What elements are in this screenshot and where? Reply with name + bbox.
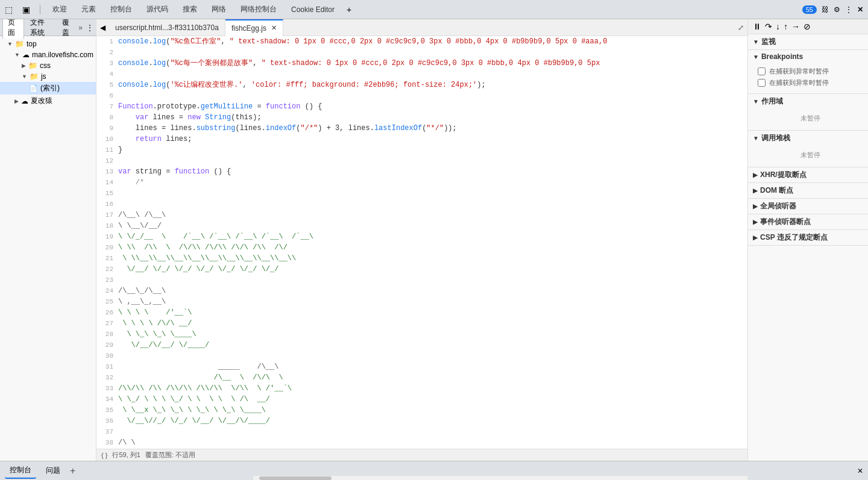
code-line-10: 10 return lines;: [96, 134, 747, 145]
callstack-collapse-icon: ▼: [753, 135, 759, 142]
monitor-collapse-icon: ▼: [753, 39, 759, 45]
console-btn[interactable]: 控制台: [108, 3, 134, 16]
tree-item-top[interactable]: ▼ 📁 top: [0, 39, 96, 49]
tree-label-index: (索引): [40, 83, 60, 93]
code-line-26: 26 \ \ \ \ /'__`\: [96, 307, 747, 318]
breakpoints-collapse-icon: ▼: [753, 54, 759, 60]
global-collapse-icon: ▶: [753, 203, 758, 210]
code-editor[interactable]: 1 console.log("%c鱼C工作室", " text-shadow: …: [96, 36, 747, 449]
section-breakpoints-header[interactable]: ▼ Breakpoints: [748, 50, 868, 63]
code-line-23: 23: [96, 275, 747, 285]
inspect-icon[interactable]: ⬚: [5, 5, 13, 14]
step-over-icon[interactable]: ↷: [765, 22, 772, 31]
csp-collapse-icon: ▶: [753, 234, 758, 241]
left-panel: 页面 文件系统 覆盖 » ⋮ ▼ 📁 top ▼ ☁ man.ilovefish…: [0, 19, 96, 461]
section-csp-header[interactable]: ▶ CSP 违反了规定断点: [748, 230, 868, 245]
code-line-13: 13 var string = function () {: [96, 166, 747, 177]
xhr-collapse-icon: ▶: [753, 172, 758, 178]
code-line-35: 35 \ \__x \_\ \_\ \ \_\ \ \_\ \____\: [96, 405, 747, 416]
editor-tab-label-fishegg: fishcEgg.js: [231, 24, 266, 33]
step-into-icon[interactable]: ↓: [776, 22, 780, 31]
section-dom-header[interactable]: ▶ DOM 断点: [748, 183, 868, 198]
tree-item-index[interactable]: 📄 (索引): [0, 82, 96, 95]
close-icon[interactable]: ✕: [857, 5, 863, 14]
code-line-37: 37: [96, 426, 747, 437]
code-line-28: 28 \ \_\ \_\ \____\: [96, 329, 747, 340]
main-area: 页面 文件系统 覆盖 » ⋮ ▼ 📁 top ▼ ☁ man.ilovefish…: [0, 19, 868, 461]
cloud-icon-xia: ☁: [21, 97, 28, 105]
cookie-editor-btn[interactable]: Cookie Editor: [289, 4, 337, 15]
js-folder-icon: 📁: [30, 72, 39, 81]
bottom-tab-console[interactable]: 控制台: [5, 463, 36, 479]
tree-area: ▼ 📁 top ▼ ☁ man.ilovefishc.com ▶ 📁 css ▼…: [0, 36, 96, 461]
section-callstack-header[interactable]: ▼ 调用堆栈: [748, 131, 868, 146]
tree-label-xiagaiyuan: 夏改猿: [31, 96, 52, 106]
section-callstack: ▼ 调用堆栈 未暂停: [748, 131, 868, 167]
chevron-right-icon-xia: ▶: [14, 98, 19, 104]
code-line-33: 33 /\\/\\ /\\ /\\/\\ /\\/\\ \/\\ \ /'__`…: [96, 383, 747, 394]
section-scope-label: 作用域: [761, 96, 783, 107]
section-breakpoints-body: 在捕获到异常时暂停 在捕获到异常时暂停: [748, 63, 868, 93]
breakpoint-uncaught-checkbox[interactable]: [758, 79, 766, 87]
editor-collapse-btn[interactable]: ◀: [96, 23, 109, 32]
settings-icon[interactable]: ⚙: [834, 5, 840, 14]
section-monitor-header[interactable]: ▼ 监视: [748, 34, 868, 49]
network-btn[interactable]: 网络: [209, 3, 228, 16]
code-line-12: 12: [96, 155, 747, 166]
tree-item-css[interactable]: ▶ 📁 css: [0, 60, 96, 71]
editor-tab-bar: ◀ userscript.html...3-ff33110b370a fishc…: [96, 19, 747, 36]
sub-tab-overflow[interactable]: »: [78, 23, 83, 32]
code-line-22: 22 \/__/ \/_/ \/_/ \/_/ \/_/ \/_/ \/_/: [96, 264, 747, 275]
format-icon[interactable]: { }: [101, 452, 107, 459]
section-scope-header[interactable]: ▼ 作用域: [748, 94, 868, 109]
code-line-29: 29 \/__/\/__/ \/____/: [96, 340, 747, 351]
bottom-tab-issues[interactable]: 问题: [41, 463, 65, 478]
code-line-1: 1 console.log("%c鱼C工作室", " text-shadow: …: [96, 36, 747, 47]
section-dom: ▶ DOM 断点: [748, 183, 868, 199]
chevron-down-icon-js: ▼: [22, 73, 27, 79]
code-line-24: 24 /\__\_/\__\: [96, 285, 747, 296]
connect-icon[interactable]: ⛓: [822, 5, 829, 14]
welcome-btn[interactable]: 欢迎: [50, 3, 69, 16]
network-console-btn[interactable]: 网络控制台: [238, 3, 279, 16]
editor-undock-btn[interactable]: ⤢: [734, 23, 747, 32]
section-global-header[interactable]: ▶ 全局侦听器: [748, 199, 868, 214]
top-toolbar: ⬚ ▣ 欢迎 元素 控制台 源代码 搜索 网络 网络控制台 Cookie Edi…: [0, 0, 868, 19]
code-line-34: 34 \ \_/ \ \ \ \_/ \ \ \ \ \ /\ __/: [96, 394, 747, 405]
sources-btn[interactable]: 源代码: [144, 3, 171, 16]
section-breakpoints: ▼ Breakpoints 在捕获到异常时暂停 在捕获到异常时暂停: [748, 50, 868, 94]
code-line-15: 15: [96, 188, 747, 199]
code-line-21: 21 \ \\__\\__\\__\\__\\__\\__\\__\\__\\_…: [96, 253, 747, 264]
badge-count: 55: [802, 5, 817, 14]
tree-item-js[interactable]: ▼ 📁 js: [0, 71, 96, 82]
code-line-16: 16: [96, 199, 747, 210]
pause-icon[interactable]: ⏸: [753, 22, 761, 31]
elements-btn[interactable]: 元素: [79, 3, 98, 16]
section-callstack-label: 调用堆栈: [761, 133, 790, 143]
editor-tab-close-fishegg[interactable]: ✕: [271, 24, 277, 32]
css-folder-icon: 📁: [28, 61, 37, 70]
responsive-icon[interactable]: ▣: [22, 5, 30, 14]
tree-item-domain[interactable]: ▼ ☁ man.ilovefishc.com: [0, 49, 96, 60]
deactivate-icon[interactable]: ⊘: [804, 22, 811, 31]
sub-tab-options[interactable]: ⋮: [86, 23, 93, 32]
section-event-header[interactable]: ▶ 事件侦听器断点: [748, 214, 868, 229]
breakpoint-catch-exception: 在捕获到异常时暂停: [758, 66, 863, 77]
bottom-tab-add-btn[interactable]: +: [70, 466, 75, 476]
section-monitor-label: 监视: [761, 37, 776, 47]
more-icon[interactable]: ⋮: [845, 5, 852, 14]
editor-tab-userscript[interactable]: userscript.html...3-ff33110b370a: [109, 19, 225, 36]
section-callstack-body: 未暂停: [748, 146, 868, 167]
editor-tab-fishegg[interactable]: fishcEgg.js ✕: [225, 19, 283, 36]
tree-label-css: css: [40, 61, 51, 70]
section-xhr-header[interactable]: ▶ XHR/提取断点: [748, 167, 868, 182]
step-icon[interactable]: →: [791, 22, 800, 31]
bottom-close-btn[interactable]: ✕: [857, 467, 863, 475]
tree-item-xiagaiyuan[interactable]: ▶ ☁ 夏改猿: [0, 95, 96, 107]
search-btn[interactable]: 搜索: [180, 3, 200, 16]
code-line-11: 11 }: [96, 145, 747, 155]
code-line-7: 7 Function.prototype.getMultiLine = func…: [96, 101, 747, 112]
code-line-2: 2: [96, 47, 747, 58]
step-out-icon[interactable]: ↑: [784, 22, 788, 31]
breakpoint-catch-checkbox[interactable]: [758, 67, 766, 75]
